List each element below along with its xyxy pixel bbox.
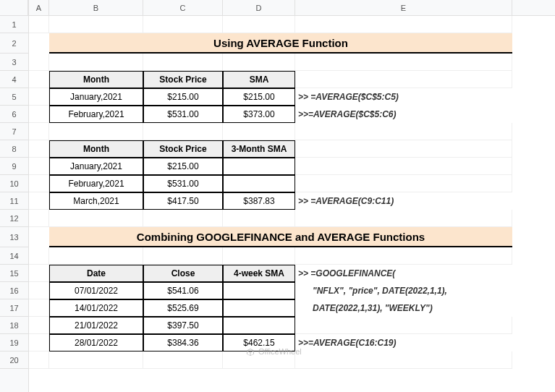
cell-D5[interactable]: $215.00	[223, 88, 295, 106]
col-head-B[interactable]: B	[49, 0, 143, 15]
row-head-2[interactable]: 2	[0, 33, 28, 54]
cell-E4[interactable]	[295, 71, 512, 88]
cell-A11[interactable]	[29, 192, 49, 210]
cell-E8[interactable]	[295, 140, 512, 158]
cell-E1[interactable]	[295, 16, 512, 33]
cell-D16[interactable]	[223, 282, 295, 299]
row-head-20[interactable]: 20	[0, 351, 28, 369]
cell-A8[interactable]	[29, 140, 49, 158]
cell-D18[interactable]	[223, 317, 295, 334]
cell-A17[interactable]	[29, 299, 49, 317]
cell-C9[interactable]: $215.00	[143, 158, 223, 175]
row-head-6[interactable]: 6	[0, 106, 28, 123]
col-head-C[interactable]: C	[143, 0, 223, 15]
formula-E17[interactable]: DATE(2022,1,31), "WEEKLY")	[295, 299, 512, 317]
header-close-t3[interactable]: Close	[143, 265, 223, 282]
row-head-11[interactable]: 11	[0, 192, 28, 210]
cell-E10[interactable]	[295, 175, 512, 192]
cell-C18[interactable]: $397.50	[143, 317, 223, 334]
row-head-4[interactable]: 4	[0, 71, 28, 88]
cell-B12[interactable]	[49, 210, 143, 227]
cell-B20[interactable]	[49, 351, 143, 369]
cell-C5[interactable]: $215.00	[143, 88, 223, 106]
row-head-16[interactable]: 16	[0, 282, 28, 299]
cell-B16[interactable]: 07/01/2022	[49, 282, 143, 299]
cell-A19[interactable]	[29, 334, 49, 351]
cell-C11[interactable]: $417.50	[143, 192, 223, 210]
cell-B11[interactable]: March,2021	[49, 192, 143, 210]
cell-A18[interactable]	[29, 317, 49, 334]
cell-A7[interactable]	[29, 123, 49, 140]
cell-B17[interactable]: 14/01/2022	[49, 299, 143, 317]
row-head-10[interactable]: 10	[0, 175, 28, 192]
cell-E18[interactable]	[295, 317, 512, 334]
header-3msma-t2[interactable]: 3-Month SMA	[223, 140, 295, 158]
header-4wsma-t3[interactable]: 4-week SMA	[223, 265, 295, 282]
cell-A12[interactable]	[29, 210, 49, 227]
cell-C10[interactable]: $531.00	[143, 175, 223, 192]
cell-D12[interactable]	[223, 210, 295, 227]
cell-E9[interactable]	[295, 158, 512, 175]
header-stockprice-t2[interactable]: Stock Price	[143, 140, 223, 158]
formula-E15[interactable]: >> =GOOGLEFINANCE(	[295, 265, 512, 282]
header-stockprice-t1[interactable]: Stock Price	[143, 71, 223, 88]
cell-B1[interactable]	[49, 16, 143, 33]
cell-D6[interactable]: $373.00	[223, 106, 295, 123]
row-head-19[interactable]: 19	[0, 334, 28, 351]
corner-cell[interactable]	[0, 0, 28, 16]
cell-D9[interactable]	[223, 158, 295, 175]
cell-A3[interactable]	[29, 54, 49, 71]
cell-D10[interactable]	[223, 175, 295, 192]
formula-E6[interactable]: >>=AVERAGE($C$5:C6)	[295, 106, 512, 123]
cell-A5[interactable]	[29, 88, 49, 106]
cell-A10[interactable]	[29, 175, 49, 192]
cell-C7[interactable]	[143, 123, 223, 140]
formula-E16[interactable]: "NFLX", "price", DATE(2022,1,1),	[295, 282, 512, 299]
header-sma-t1[interactable]: SMA	[223, 71, 295, 88]
header-date-t3[interactable]: Date	[49, 265, 143, 282]
row-head-18[interactable]: 18	[0, 317, 28, 334]
cell-D14[interactable]	[223, 247, 295, 265]
header-month-t2[interactable]: Month	[49, 140, 143, 158]
cell-B3[interactable]	[49, 54, 143, 71]
cell-E20[interactable]	[295, 351, 512, 369]
cell-D17[interactable]	[223, 299, 295, 317]
row-head-17[interactable]: 17	[0, 299, 28, 317]
cell-E12[interactable]	[295, 210, 512, 227]
cell-B19[interactable]: 28/01/2022	[49, 334, 143, 351]
row-head-12[interactable]: 12	[0, 210, 28, 227]
cell-E14[interactable]	[295, 247, 512, 265]
cell-E7[interactable]	[295, 123, 512, 140]
row-head-15[interactable]: 15	[0, 265, 28, 282]
cell-A14[interactable]	[29, 247, 49, 265]
row-head-5[interactable]: 5	[0, 88, 28, 106]
cell-A20[interactable]	[29, 351, 49, 369]
cell-B6[interactable]: February,2021	[49, 106, 143, 123]
cell-B5[interactable]: January,2021	[49, 88, 143, 106]
cell-C12[interactable]	[143, 210, 223, 227]
cell-D20[interactable]	[223, 351, 295, 369]
cell-A16[interactable]	[29, 282, 49, 299]
row-head-8[interactable]: 8	[0, 140, 28, 158]
row-head-14[interactable]: 14	[0, 247, 28, 265]
cell-D7[interactable]	[223, 123, 295, 140]
formula-E19[interactable]: >>=AVERAGE(C16:C19)	[295, 334, 512, 351]
col-head-E[interactable]: E	[295, 0, 512, 15]
col-head-D[interactable]: D	[223, 0, 295, 15]
cell-C6[interactable]: $531.00	[143, 106, 223, 123]
cell-B7[interactable]	[49, 123, 143, 140]
row-head-9[interactable]: 9	[0, 158, 28, 175]
formula-E5[interactable]: >> =AVERAGE($C$5:C5)	[295, 88, 512, 106]
row-head-7[interactable]: 7	[0, 123, 28, 140]
formula-E11[interactable]: >> =AVERAGE(C9:C11)	[295, 192, 512, 210]
cell-A4[interactable]	[29, 71, 49, 88]
cell-D19[interactable]: $462.15	[223, 334, 295, 351]
cell-B18[interactable]: 21/01/2022	[49, 317, 143, 334]
title-using-average[interactable]: Using AVERAGE Function	[49, 33, 512, 54]
cell-B14[interactable]	[49, 247, 143, 265]
cell-C20[interactable]	[143, 351, 223, 369]
row-head-1[interactable]: 1	[0, 16, 28, 33]
cell-A15[interactable]	[29, 265, 49, 282]
cell-D3[interactable]	[223, 54, 295, 71]
cell-C14[interactable]	[143, 247, 223, 265]
